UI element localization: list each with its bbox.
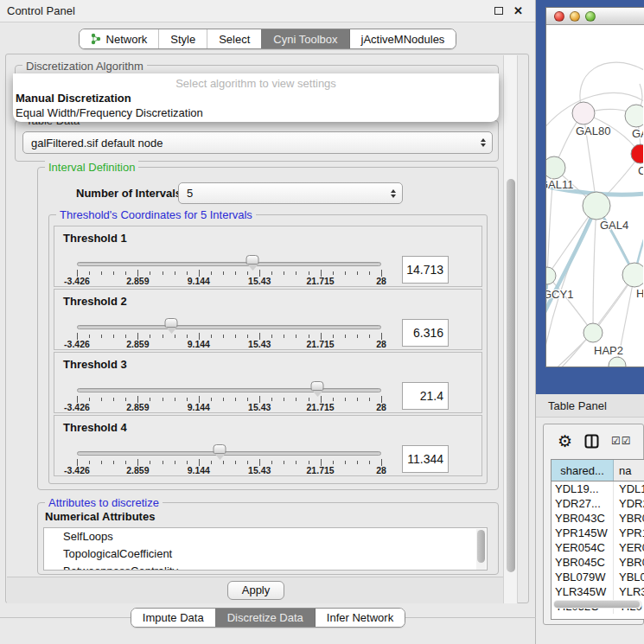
slider-thumb[interactable] [214,444,226,454]
slider-track[interactable] [77,451,381,456]
table-panel-title: Table Panel [548,399,607,412]
slider-tick [271,461,272,464]
tab-network[interactable]: Network [80,29,159,48]
slider-tick [247,461,248,464]
number-of-intervals-combobox[interactable]: 5 [178,182,403,204]
table-data-combobox[interactable]: galFiltered.sif default node [22,131,493,154]
columns-icon[interactable] [584,434,599,449]
slider-tick [113,461,114,464]
slider-tick-label: 15.43 [248,339,271,349]
slider-tick [333,335,334,338]
attribute-list-item[interactable]: SelfLoops [44,528,487,545]
table-row[interactable]: YDL19...YDL1 [552,481,644,496]
tab-impute-data[interactable]: Impute Data [131,609,215,627]
network-node[interactable] [622,263,643,287]
tab-cyni-toolbox[interactable]: Cyni Toolbox [261,29,348,48]
attribute-list-item[interactable]: BetweennessCentrality [44,563,487,571]
table-row[interactable]: YDR27...YDR2 [552,496,644,511]
gear-icon[interactable]: ⚙ [558,433,572,450]
threshold-3-value-field[interactable]: 21.4 [402,382,449,410]
table-row[interactable]: YLR345WYLR3 [552,584,644,599]
network-node[interactable] [631,144,643,163]
zoom-traffic-light-icon[interactable] [585,11,596,22]
float-window-icon[interactable] [494,7,503,15]
network-node[interactable] [609,357,626,367]
slider-tick [369,335,370,338]
table-row[interactable]: YPR145WYPR1 [552,526,644,540]
threshold-1-value-field[interactable]: 14.713 [402,256,449,284]
network-node[interactable] [583,323,603,342]
table-row[interactable]: YBR043CYBR0 [552,511,644,526]
network-node[interactable] [625,105,643,127]
slider-tick [369,461,370,464]
tab-select[interactable]: Select [207,29,261,48]
tab-jactivemnodules[interactable]: jActiveMNodules [349,29,456,48]
close-traffic-light-icon[interactable] [554,11,564,22]
slider-tick-label: 2.859 [126,276,149,286]
slider-tick [211,461,212,464]
network-node-label: GAL11 [546,178,574,191]
column-header-shared-name[interactable]: shared... [552,460,614,481]
network-node[interactable] [546,267,556,284]
scrollbar-thumb[interactable] [507,179,515,572]
tab-style[interactable]: Style [158,29,207,48]
slider-thumb[interactable] [246,255,259,265]
minimize-traffic-light-icon[interactable] [570,11,580,22]
slider-thumb[interactable] [165,318,178,328]
threshold-1-slider[interactable]: -3.4262.8599.14415.4321.71528 [77,226,381,286]
network-node[interactable] [546,156,565,179]
slider-tick [271,271,272,275]
slider-tick [223,398,224,401]
scrollbar-thumb[interactable] [554,601,640,608]
threshold-3-slider[interactable]: -3.4262.8599.14415.4321.71528 [77,353,381,412]
slider-tick [187,335,188,338]
threshold-4-value-field[interactable]: 11.344 [402,445,449,473]
algorithm-popup-prompt: Select algorithm to view settings [13,77,499,92]
tab-network-label: Network [106,33,148,46]
slider-thumb[interactable] [311,381,324,391]
tab-discretize-data[interactable]: Discretize Data [215,609,315,627]
tab-infer-network[interactable]: Infer Network [315,609,405,627]
table-row[interactable]: YER054CYER0 [552,540,644,555]
panel-scrollbar[interactable] [503,55,518,603]
slider-tick [284,398,284,401]
slider-tick [235,335,236,338]
network-node[interactable] [572,102,595,124]
slider-tick [163,461,163,464]
slider-tick [113,271,114,275]
slider-tick [89,271,90,275]
slider-tick-label: 9.144 [188,339,210,349]
slider-track[interactable] [77,325,381,329]
slider-tick [247,271,248,275]
interval-definition-group-title: Interval Definition [45,161,138,174]
attribute-list-scrollbar[interactable] [476,529,486,571]
column-header-name[interactable]: na [614,460,644,481]
apply-button[interactable]: Apply [227,581,284,600]
apply-strip: Apply [7,577,505,603]
table-horizontal-scrollbar[interactable] [553,600,642,609]
slider-tick [345,398,346,401]
threshold-2-slider[interactable]: -3.4262.8599.14415.4321.71528 [77,290,381,349]
network-node[interactable] [583,192,610,220]
algorithm-option-manual[interactable]: Manual Discretization [13,92,499,106]
slider-track[interactable] [77,388,381,392]
slider-tick [357,461,358,464]
table-row[interactable]: YBR045CYBR0 [552,555,644,570]
bottom-tab-bar: Impute Data Discretize Data Infer Networ… [0,608,536,628]
algorithm-option-equal-width[interactable]: Equal Width/Frequency Discretization [13,106,499,121]
network-canvas[interactable]: GAL80GACGAL11GAL4GCY1HHAP2 [546,25,643,367]
slider-track[interactable] [77,262,381,266]
table-panel-card: ⚙ ☑☑ shared... na YDL19...YDL1YDR27...YD… [543,424,644,625]
select-columns-checkboxes-icon[interactable]: ☑☑ [611,435,632,447]
slider-tick-labels: -3.4262.8599.14415.4321.71528 [77,402,381,412]
attribute-list-item[interactable]: TopologicalCoefficient [44,545,487,563]
close-icon[interactable]: ✕ [513,4,523,17]
threshold-2-value-field[interactable]: 6.316 [402,319,449,347]
tab-jactivemnodules-label: jActiveMNodules [361,33,445,46]
threshold-4-slider[interactable]: -3.4262.8599.14415.4321.71528 [77,416,381,475]
slider-tick [150,271,150,275]
attributes-group-title: Attributes to discretize [45,496,163,509]
scrollbar-thumb[interactable] [477,530,485,563]
slider-tick-label: 15.43 [248,465,271,475]
table-row[interactable]: YBL079WYBL0 [552,570,644,584]
